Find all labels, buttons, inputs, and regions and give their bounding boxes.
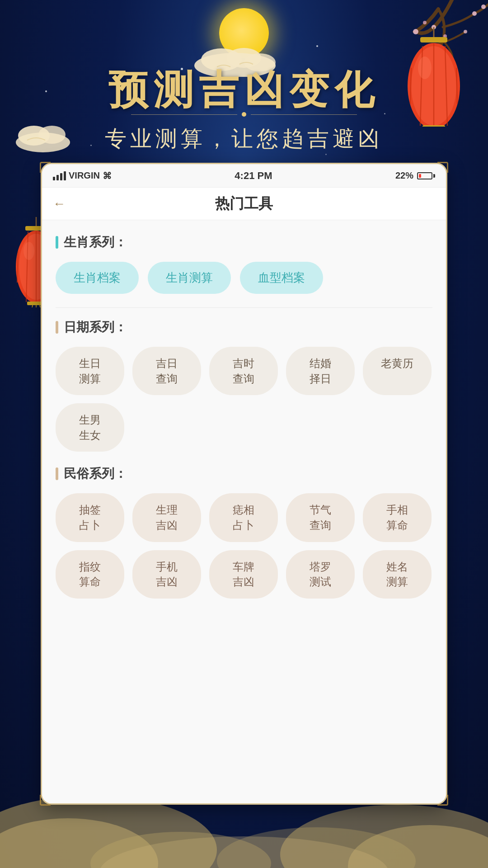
btn-jiehun-zeri[interactable]: 结婚择日 [286, 347, 355, 395]
btn-chouqian-zhanbu[interactable]: 抽签占卜 [56, 493, 124, 542]
carrier-label: VIRGIN [69, 170, 100, 181]
corner-tl-decoration [40, 162, 51, 173]
title-divider [131, 114, 357, 115]
btn-chepai-jixiong[interactable]: 车牌吉凶 [209, 550, 278, 599]
status-right: 22% [395, 170, 435, 181]
section-shengxiao-title: 生肖系列： [56, 234, 432, 251]
svg-point-11 [481, 5, 486, 9]
btn-xuexing-dangan[interactable]: 血型档案 [240, 262, 323, 294]
shengxiao-buttons: 生肖档案 生肖测算 血型档案 [56, 262, 432, 294]
btn-jiri-chaxun[interactable]: 吉日查询 [132, 347, 201, 395]
section-shengxiao-label: 生肖系列： [64, 234, 127, 251]
btn-shengxiao-dangan[interactable]: 生肖档案 [56, 262, 139, 294]
btn-shouji-jixiong[interactable]: 手机吉凶 [132, 550, 201, 599]
section-folk: 民俗系列： 抽签占卜 生理吉凶 痣相占卜 节气查询 手相算命 指纹算命 手机吉凶… [56, 465, 432, 598]
corner-br-decoration [437, 795, 448, 806]
btn-taluo-ceshi[interactable]: 塔罗测试 [286, 550, 355, 599]
back-button[interactable]: ← [53, 197, 66, 211]
section-date: 日期系列： 生日测算 吉日查询 吉时查询 结婚择日 老黄历 生男生女 [56, 319, 432, 452]
date-buttons: 生日测算 吉日查询 吉时查询 结婚择日 老黄历 生男生女 [56, 347, 432, 452]
nav-bar: ← 热门工具 [42, 188, 446, 220]
btn-zhixiang-zhanbu[interactable]: 痣相占卜 [209, 493, 278, 542]
section-bar-beige-1 [56, 321, 58, 334]
section-date-title: 日期系列： [56, 319, 432, 336]
corner-bl-decoration [40, 795, 51, 806]
content-area: 生肖系列： 生肖档案 生肖测算 血型档案 日期系列： 生日测算 吉日查询 吉时查… [42, 220, 446, 803]
section-folk-label: 民俗系列： [64, 465, 127, 482]
btn-shouxiang-suanming[interactable]: 手相算命 [363, 493, 432, 542]
btn-xingming-cesuan[interactable]: 姓名测算 [363, 550, 432, 599]
btn-shengli-jixiong[interactable]: 生理吉凶 [132, 493, 201, 542]
btn-jishi-chaxun[interactable]: 吉时查询 [209, 347, 278, 395]
btn-laohuan-li[interactable]: 老黄历 [363, 347, 432, 395]
status-time: 4:21 PM [235, 170, 272, 182]
btn-jieqi-chaxun[interactable]: 节气查询 [286, 493, 355, 542]
svg-rect-13 [420, 37, 447, 42]
btn-shengxiao-cesuan[interactable]: 生肖测算 [148, 262, 231, 294]
status-left: VIRGIN ⌘ [53, 170, 112, 181]
section-folk-title: 民俗系列： [56, 465, 432, 482]
svg-point-38 [23, 242, 34, 260]
section-date-label: 日期系列： [64, 319, 127, 336]
folk-buttons: 抽签占卜 生理吉凶 痣相占卜 节气查询 手相算命 指纹算命 手机吉凶 车牌吉凶 … [56, 493, 432, 598]
signal-icon [53, 171, 66, 180]
divider-1 [56, 307, 432, 308]
status-bar: VIRGIN ⌘ 4:21 PM 22% [42, 164, 446, 188]
section-shengxiao: 生肖系列： 生肖档案 生肖测算 血型档案 [56, 234, 432, 294]
section-bar-beige-2 [56, 467, 58, 480]
wifi-icon: ⌘ [103, 170, 112, 181]
section-bar-teal [56, 236, 58, 249]
battery-icon [417, 172, 435, 179]
phone-frame: VIRGIN ⌘ 4:21 PM 22% ← 热门工具 生肖系列： [41, 163, 447, 805]
corner-tr-decoration [437, 162, 448, 173]
btn-shengri-cesuan[interactable]: 生日测算 [56, 347, 124, 395]
btn-shengnan-shengnu[interactable]: 生男生女 [56, 403, 124, 452]
svg-line-40 [31, 305, 33, 307]
btn-zhiwen-suanming[interactable]: 指纹算命 [56, 550, 124, 599]
subtitle: 专业测算，让您趋吉避凶 [0, 124, 488, 153]
svg-point-6 [472, 11, 477, 16]
battery-percent: 22% [395, 170, 413, 181]
svg-point-9 [423, 21, 427, 24]
main-title: 预测吉凶变化 [0, 63, 488, 117]
page-title: 热门工具 [215, 194, 273, 214]
